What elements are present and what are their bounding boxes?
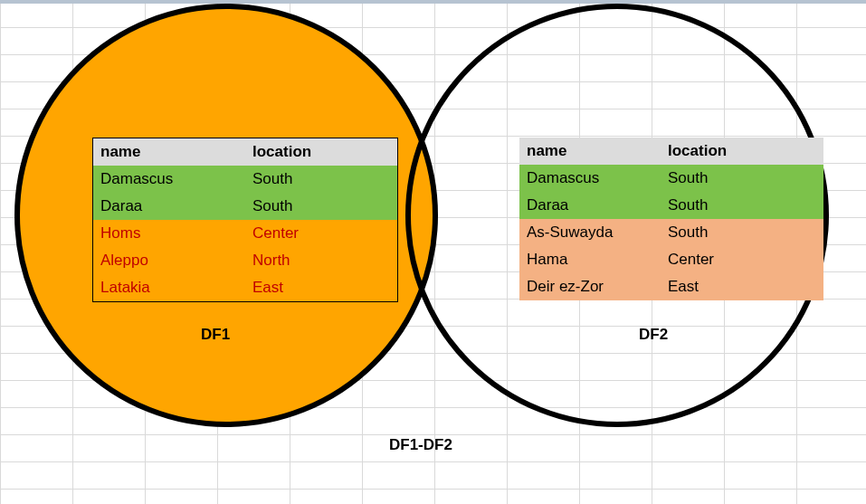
table-df1: name location Damascus South Daraa South… — [92, 138, 398, 302]
table-row: Aleppo North — [93, 247, 398, 274]
table-row: Daraa South — [93, 193, 398, 220]
table-row: Daraa South — [519, 192, 823, 219]
cell: North — [245, 247, 398, 274]
cell: South — [661, 219, 823, 246]
table-header-row: name location — [93, 138, 398, 166]
cell: Damascus — [93, 166, 246, 193]
cell: Daraa — [93, 193, 246, 220]
label-caption: DF1-DF2 — [389, 436, 452, 454]
cell: Homs — [93, 220, 246, 247]
cell: South — [661, 192, 823, 219]
cell: South — [245, 193, 398, 220]
col-header-location: location — [661, 138, 823, 165]
table-row: As-Suwayda South — [519, 219, 823, 246]
cell: Latakia — [93, 274, 246, 302]
table-row: Homs Center — [93, 220, 398, 247]
table-header-row: name location — [519, 138, 823, 165]
cell: Center — [661, 246, 823, 273]
table-row: Deir ez-Zor East — [519, 273, 823, 300]
col-header-location: location — [245, 138, 398, 166]
cell: East — [245, 274, 398, 302]
col-header-name: name — [93, 138, 246, 166]
cell: Hama — [519, 246, 661, 273]
col-header-name: name — [519, 138, 661, 165]
table-df2: name location Damascus South Daraa South… — [519, 138, 823, 300]
cell: Damascus — [519, 165, 661, 192]
cell: As-Suwayda — [519, 219, 661, 246]
table-row: Damascus South — [519, 165, 823, 192]
label-df2: DF2 — [639, 326, 668, 344]
cell: East — [661, 273, 823, 300]
cell: South — [661, 165, 823, 192]
cell: South — [245, 166, 398, 193]
cell: Deir ez-Zor — [519, 273, 661, 300]
table-row: Damascus South — [93, 166, 398, 193]
table-row: Latakia East — [93, 274, 398, 302]
table-row: Hama Center — [519, 246, 823, 273]
label-df1: DF1 — [201, 326, 230, 344]
diagram-stage: name location Damascus South Daraa South… — [0, 0, 866, 504]
cell: Daraa — [519, 192, 661, 219]
cell: Center — [245, 220, 398, 247]
cell: Aleppo — [93, 247, 246, 274]
